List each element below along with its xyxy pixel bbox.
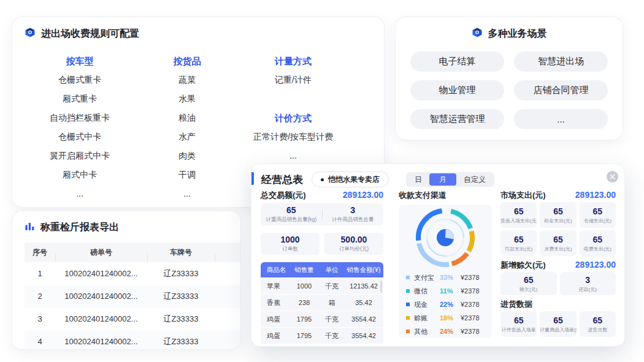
title-accent-bar [251, 172, 254, 185]
product-row: 鸡蛋 1795 千克 3554.42 [261, 311, 383, 327]
cell-index: 3 [25, 314, 55, 323]
fee-item: 水果 [147, 89, 227, 108]
market-expense-row: 市场支出(元) 289123.00 [500, 190, 616, 201]
stat-label: 货品入场支出(元) [500, 217, 537, 224]
col-header-plate: 车牌号 [147, 247, 215, 258]
scenario-pill-operation[interactable]: 智慧运营管理 [410, 109, 504, 129]
fee-item: 仓栅式重卡 [12, 70, 147, 89]
fee-item: 仓栅式中卡 [12, 127, 147, 146]
product-table-header: 商品名 销售量 单位 销售金额(¥) [261, 262, 383, 277]
cell-index: 2 [25, 292, 55, 301]
cell-index: 1 [25, 269, 55, 278]
stat-label: 计件商品销售总量 [323, 216, 384, 224]
col-header-qty: 销售量 [289, 266, 320, 274]
fee-item-more: ... [147, 184, 227, 203]
scenario-pill-entry-exit[interactable]: 智慧进出场 [514, 51, 608, 72]
stat-value: 3 [323, 205, 384, 215]
dot-icon [321, 178, 324, 181]
stat-value: 65 [500, 315, 537, 325]
order-stats-row: 1000 订单数 500.00 订单均价(元) [261, 233, 383, 255]
stat-label: 赊欠(元) [500, 286, 557, 293]
legend-percent: 18% [440, 314, 461, 322]
new-credit-row: 新增赊欠(元) 289123.00 [500, 260, 616, 271]
product-row: 鸡蛋 1795 千克 3554.42 [261, 327, 383, 344]
cell-qty: 1795 [289, 315, 320, 323]
stat-value: 1000 [261, 235, 320, 244]
legend-item-cash: 现金 22% ¥2378 [406, 298, 485, 311]
cell-product: 苹果 [261, 282, 289, 291]
market-expense-value: 289123.00 [575, 190, 616, 200]
legend-item-other: 其他 24% ¥2378 [406, 325, 485, 338]
store-selector[interactable]: 恺恺水果专卖店 [312, 172, 389, 187]
stat-value: 3 [560, 275, 616, 285]
cell-amount: 3554.42 [344, 315, 383, 323]
cell-qty: 1795 [289, 332, 320, 339]
legend-item-credit: 赊账 18% ¥2378 [406, 311, 485, 325]
payment-channels-card: 支付宝 33% ¥2378 微信 11% ¥2378 现金 22% [399, 205, 492, 338]
scrollbar-thumb[interactable] [380, 281, 382, 293]
scenario-pill-settlement[interactable]: 电子结算 [410, 51, 504, 72]
order-count-card: 1000 订单数 [261, 233, 320, 255]
stat-label: 计件货品入场量 [500, 326, 537, 333]
cell-product: 鸡蛋 [261, 331, 289, 341]
cell-plate: 辽Z33333 [147, 336, 215, 347]
new-credit-value: 289123.00 [575, 260, 616, 270]
legend-name: 现金 [414, 300, 440, 309]
channels-title: 收款支付渠道 [399, 190, 447, 201]
fee-item: 蔬菜 [147, 70, 227, 89]
legend-item-wechat: 微信 11% ¥2378 [406, 284, 485, 298]
purchase-label: 进货数据 [500, 299, 532, 310]
market-expense-label: 市场支出(元) [500, 190, 546, 201]
tab-day[interactable]: 日 [407, 173, 429, 186]
tab-custom[interactable]: 自定义 [456, 173, 493, 186]
stat-value: 65 [500, 275, 557, 285]
legend-name: 支付宝 [414, 273, 440, 282]
stat-label: 水费支出(元) [540, 246, 576, 252]
fee-item: 肉类 [147, 146, 227, 165]
stat-value: 65 [500, 235, 537, 244]
measure-header: 计量方式 [227, 51, 359, 70]
legend-amount: ¥2378 [461, 301, 480, 308]
purchase-card-count: 65 进货次数 [580, 311, 616, 337]
scenario-pill-property[interactable]: 物业管理 [410, 80, 504, 100]
scenario-pill-contract[interactable]: 店铺合同管理 [514, 80, 608, 100]
price-item: 正常计费/按车型计费 [227, 127, 359, 146]
cell-ticket: 100202401240002... [55, 337, 147, 346]
fee-item: 厢式重卡 [12, 89, 147, 108]
legend-percent: 24% [440, 328, 461, 335]
scenario-pill-more[interactable]: ... [514, 109, 608, 129]
legend-amount: ¥2378 [461, 328, 480, 335]
scenario-pill-grid: 电子结算 智慧进出场 物业管理 店铺合同管理 智慧运营管理 ... [396, 40, 623, 129]
close-icon[interactable] [607, 171, 618, 183]
order-average-card: 500.00 订单均价(元) [324, 233, 383, 255]
tab-month[interactable]: 月 [429, 173, 456, 186]
market-expense-cards: 65 货品入场支出(元) 65 租金支出(元) 65 仓储支出(元) 65 罚款… [500, 202, 616, 256]
dashboard-left-column: 总交易额(元) 289123.00 65 计重商品销售总量(kg) 3 计件商品… [261, 190, 383, 344]
col-header-amount: 销售金额(¥) [344, 266, 383, 274]
stat-label: 订单均价(元) [324, 246, 383, 253]
cell-ticket: 100202401240002... [55, 292, 147, 301]
dashboard-header: 经营总表 恺恺水果专卖店 日 月 自定义 [251, 164, 624, 187]
dashboard-middle-column: 收款支付渠道 支付宝 33% ¥2378 微信 11% ¥2378 [399, 190, 492, 338]
legend-name: 赊账 [414, 314, 440, 323]
measure-item: 记重/计件 [227, 70, 359, 89]
channel-legend: 支付宝 33% ¥2378 微信 11% ¥2378 现金 22% [399, 271, 492, 338]
cell-qty: 1000 [289, 282, 320, 290]
legend-amount: ¥2378 [461, 274, 480, 281]
table-row: 2 100202401240002... 辽Z33333 单排仓栅 [25, 285, 240, 307]
purchase-card-piece: 65 计件货品入场量 [500, 311, 537, 337]
fee-item: 干调 [147, 165, 227, 184]
cell-unit: 箱 [320, 298, 344, 307]
legend-percent: 22% [440, 301, 461, 308]
table-row: 3 100202401240002... 辽Z33333 单排仓栅 [25, 307, 240, 330]
spacer-row [227, 89, 359, 108]
store-name: 恺恺水果专卖店 [328, 175, 380, 185]
table-row: 4 100202401240002... 辽Z33333 单排仓栅 [25, 330, 240, 349]
stat-label: 订单数 [261, 246, 320, 253]
stat-value: 65 [261, 205, 322, 215]
cell-ticket: 100202401240002... [55, 314, 147, 323]
total-value: 289123.00 [343, 190, 383, 200]
fee-column-vehicle: 按车型 仓栅式重卡 厢式重卡 自动挡栏板重卡 仓栅式中卡 翼开启厢式中卡 厢式中… [12, 51, 147, 203]
period-tabs: 日 月 自定义 [406, 172, 494, 187]
cell-ticket: 100202401240002... [55, 269, 147, 278]
